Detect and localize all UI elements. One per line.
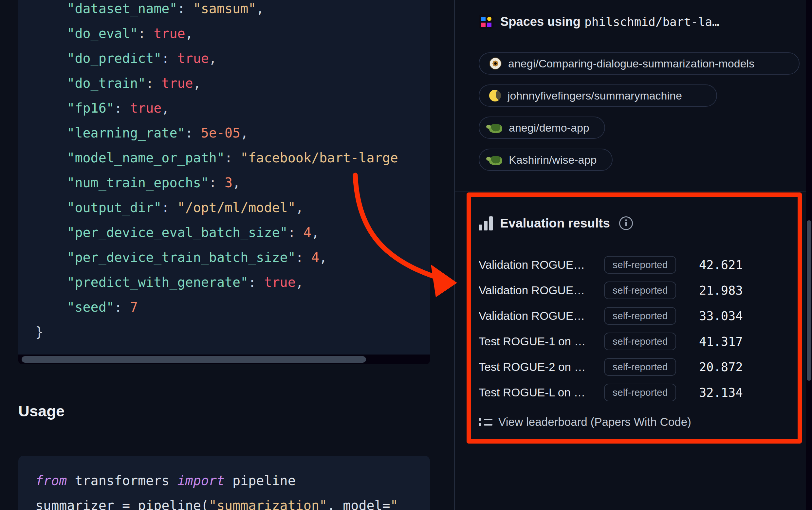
space-pill[interactable]: johnnyfivefingers/summarymachine — [479, 85, 717, 107]
spaces-icon — [479, 14, 494, 29]
code-line: "do_eval": true, — [35, 21, 430, 46]
spaces-icon-blue-square — [481, 17, 486, 21]
json-config-code-block: "dataset_name": "samsum", "do_eval": tru… — [18, 0, 430, 355]
space-pill-label: anegi/demo-app — [509, 121, 589, 134]
evaluation-results-header: Evaluation results — [479, 216, 633, 231]
code-horizontal-scrollbar[interactable] — [18, 355, 430, 364]
eye-icon — [489, 57, 502, 70]
space-pill[interactable]: anegi/demo-app — [479, 117, 605, 139]
usage-code: from transformers import pipelinesummari… — [18, 468, 430, 510]
metric-row: Test ROGUE-1 on …self-reported41.317 — [479, 329, 801, 354]
code-line: "model_name_or_path": "facebook/bart-lar… — [35, 145, 430, 170]
evaluation-metrics-table: Validation ROGUE…self-reported42.621Vali… — [479, 252, 801, 405]
code-line: "output_dir": "/opt/ml/model", — [35, 195, 430, 220]
code-line: from transformers import pipeline — [35, 468, 430, 493]
self-reported-badge: self-reported — [604, 281, 676, 299]
code-line: "per_device_train_batch_size": 4, — [35, 245, 430, 270]
metric-row: Test ROGUE-2 on …self-reported20.872 — [479, 354, 801, 380]
sidebar-vertical-divider — [454, 0, 455, 510]
metric-value: 20.872 — [671, 360, 801, 374]
metric-value: 41.317 — [671, 334, 801, 349]
code-horizontal-scrollbar-thumb[interactable] — [22, 356, 366, 363]
metric-name: Validation ROGUE… — [479, 284, 604, 297]
metric-name: Test ROGUE-L on … — [479, 386, 604, 399]
metric-value: 33.034 — [671, 309, 801, 323]
metric-name: Validation ROGUE… — [479, 258, 604, 271]
metric-value: 32.134 — [671, 386, 801, 400]
turtle-icon — [489, 124, 502, 133]
metric-row: Validation ROGUE…self-reported21.983 — [479, 278, 801, 303]
spaces-icon-yellow-circle — [487, 17, 491, 21]
space-pill[interactable]: anegi/Comparing-dialogue-summarization-m… — [479, 52, 800, 74]
self-reported-badge: self-reported — [604, 358, 676, 376]
code-line: "dataset_name": "samsum", — [35, 0, 430, 21]
code-line: "learning_rate": 5e-05, — [35, 120, 430, 145]
spaces-section-header: Spaces using philschmid/bart-la… — [479, 12, 719, 31]
metric-row: Validation ROGUE…self-reported42.621 — [479, 252, 801, 278]
metric-row: Validation ROGUE…self-reported33.034 — [479, 303, 801, 329]
self-reported-badge: self-reported — [604, 307, 676, 325]
metric-value: 42.621 — [671, 258, 801, 272]
space-pill-label: johnnyfivefingers/summarymachine — [508, 89, 682, 102]
bar-chart-icon — [479, 216, 493, 231]
usage-code-block: from transformers import pipelinesummari… — [18, 456, 430, 510]
code-line: "seed": 7 — [35, 295, 430, 320]
view-leaderboard-link[interactable]: View leaderboard (Papers With Code) — [479, 414, 691, 429]
page-vertical-scrollbar[interactable] — [806, 0, 812, 510]
metric-name: Test ROGUE-2 on … — [479, 360, 604, 373]
evaluation-results-title: Evaluation results — [500, 216, 610, 231]
sidebar-section-divider — [455, 191, 806, 191]
spaces-icon-pink-square — [481, 23, 486, 27]
code-line: "per_device_eval_batch_size": 4, — [35, 220, 430, 245]
view-leaderboard-label: View leaderboard (Papers With Code) — [498, 415, 691, 428]
metric-row: Test ROGUE-L on …self-reported32.134 — [479, 380, 801, 405]
code-line: "predict_with_generate": true, — [35, 270, 430, 295]
code-line: summarizer = pipeline("summarization", m… — [35, 493, 430, 510]
space-pill[interactable]: Kashirin/wise-app — [479, 149, 613, 171]
code-line: "do_predict": true, — [35, 46, 430, 71]
space-pill-label: Kashirin/wise-app — [509, 153, 597, 166]
page-vertical-scrollbar-thumb[interactable] — [807, 220, 811, 381]
self-reported-badge: self-reported — [604, 333, 676, 350]
spaces-section-title: Spaces using — [500, 15, 581, 29]
code-line: "num_train_epochs": 3, — [35, 170, 430, 195]
json-config-code: "dataset_name": "samsum", "do_eval": tru… — [18, 0, 430, 344]
info-icon[interactable] — [619, 216, 633, 230]
code-line: "do_train": true, — [35, 71, 430, 96]
moon-icon — [489, 90, 501, 101]
metric-name: Validation ROGUE… — [479, 309, 604, 323]
spaces-section-model-name: philschmid/bart-la… — [584, 15, 719, 28]
turtle-icon — [489, 156, 502, 165]
self-reported-badge: self-reported — [604, 256, 676, 274]
space-pill-label: anegi/Comparing-dialogue-summarization-m… — [508, 57, 754, 70]
code-line: } — [35, 320, 430, 344]
metric-name: Test ROGUE-1 on … — [479, 335, 604, 348]
metric-value: 21.983 — [671, 283, 801, 298]
code-line: "fp16": true, — [35, 96, 430, 120]
self-reported-badge: self-reported — [604, 384, 676, 401]
leaderboard-list-icon — [479, 418, 492, 426]
spaces-icon-purple-square — [487, 23, 491, 27]
usage-heading: Usage — [18, 402, 64, 420]
